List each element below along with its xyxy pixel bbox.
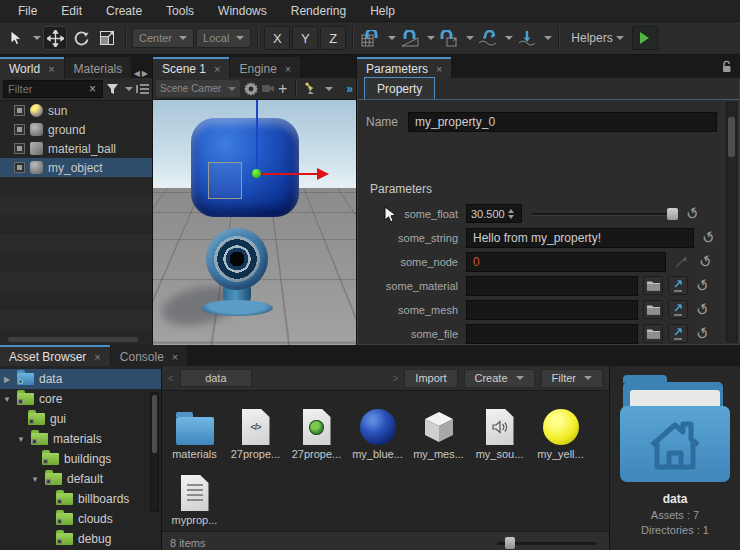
tab-asset-browser[interactable]: Asset Browser× (0, 345, 110, 366)
folder-row-buildings[interactable]: buildings (0, 449, 161, 469)
browse-folder-icon[interactable] (643, 276, 663, 295)
scrollbar-thumb[interactable] (728, 117, 735, 157)
lamp-dropdown-icon[interactable] (325, 87, 333, 91)
tree-scrollbar-thumb[interactable] (152, 395, 157, 453)
visibility-checkbox[interactable] (14, 143, 25, 154)
folder-row-core[interactable]: ▼core (0, 389, 161, 409)
unlock-icon[interactable] (721, 60, 732, 73)
overflow-chevrons-icon[interactable]: » (346, 82, 353, 96)
string-value-input[interactable] (466, 228, 694, 248)
gizmo-origin-handle[interactable] (252, 169, 261, 178)
float-value-input[interactable] (467, 208, 507, 220)
filter-funnel-icon[interactable] (106, 83, 119, 95)
node-value-input[interactable] (466, 252, 666, 272)
visibility-checkbox[interactable] (14, 124, 25, 135)
assign-asset-icon[interactable] (668, 276, 688, 295)
menu-edit[interactable]: Edit (49, 4, 94, 18)
snap-surface-dropdown-icon[interactable] (505, 36, 513, 40)
filter-input[interactable] (8, 83, 87, 95)
close-icon[interactable]: × (285, 63, 291, 75)
menu-tools[interactable]: Tools (154, 4, 206, 18)
space-select[interactable]: Local (196, 28, 251, 48)
float-spinner[interactable] (466, 204, 522, 223)
menu-rendering[interactable]: Rendering (279, 4, 358, 18)
snap-scale-dropdown-icon[interactable] (466, 36, 474, 40)
close-icon[interactable]: × (172, 351, 178, 363)
tab-engine[interactable]: Engine× (230, 57, 300, 78)
material-ball-object[interactable] (206, 228, 268, 290)
tree-node-ground[interactable]: ground (0, 120, 152, 139)
select-tool-dropdown-icon[interactable] (33, 36, 41, 40)
select-tool-button[interactable] (4, 26, 28, 50)
axis-y-button[interactable]: Y (292, 26, 318, 50)
slider-thumb[interactable] (505, 537, 515, 549)
assign-asset-icon[interactable] (668, 300, 688, 319)
vertical-scrollbar[interactable] (726, 102, 737, 342)
scale-tool-button[interactable] (95, 26, 119, 50)
add-viewport-icon[interactable]: + (278, 80, 287, 98)
nav-forward-icon[interactable]: > (392, 373, 398, 384)
axis-x-button[interactable]: X (264, 26, 290, 50)
clear-filter-icon[interactable]: × (87, 82, 98, 96)
tab-scene-1[interactable]: Scene 1× (153, 57, 229, 78)
gizmo-x-axis[interactable] (257, 173, 319, 175)
gizmo-z-axis[interactable] (256, 100, 258, 174)
folder-row-default[interactable]: ▼default (0, 469, 161, 489)
asset-mesh[interactable]: my_mes... (408, 396, 469, 460)
snap-angle-button[interactable] (398, 26, 422, 50)
folder-row-gui[interactable]: gui (0, 409, 161, 429)
filter-button[interactable]: Filter (541, 369, 603, 388)
folder-row-debug[interactable]: debug (0, 529, 161, 549)
horizontal-scrollbar[interactable] (8, 337, 138, 342)
reset-icon[interactable]: ↺ (683, 204, 701, 223)
close-icon[interactable]: × (48, 63, 54, 75)
menu-windows[interactable]: Windows (206, 4, 279, 18)
asset-text-file[interactable]: myprop... (164, 462, 225, 526)
play-button[interactable] (632, 26, 658, 50)
tree-node-sun[interactable]: sun (0, 101, 152, 120)
close-icon[interactable]: × (436, 63, 442, 75)
gear-icon[interactable] (244, 82, 258, 96)
pivot-select[interactable]: Center (132, 28, 194, 48)
tree-node-material-ball[interactable]: material_ball (0, 139, 152, 158)
viewport-3d[interactable] (153, 100, 356, 345)
reset-icon[interactable]: ↺ (696, 252, 714, 271)
asset-yellow-material[interactable]: my_yell... (530, 396, 591, 460)
axis-z-button[interactable]: Z (320, 26, 346, 50)
gizmo-x-arrowhead[interactable] (317, 168, 329, 180)
menu-file[interactable]: File (6, 4, 49, 18)
tab-world[interactable]: World× (0, 57, 64, 78)
browse-folder-icon[interactable] (643, 324, 663, 343)
breadcrumb[interactable]: data (180, 369, 252, 387)
reset-icon[interactable]: ↺ (693, 324, 711, 343)
hierarchy-list-icon[interactable] (136, 83, 149, 95)
tree-node-my-object[interactable]: my_object (0, 158, 152, 177)
snap-grid-button[interactable] (359, 26, 383, 50)
spin-down-icon[interactable] (508, 215, 514, 219)
create-button[interactable]: Create (464, 369, 535, 388)
scroll-right-icon[interactable]: ▶ (142, 69, 148, 78)
mesh-value-input[interactable] (466, 300, 638, 320)
lamp-icon[interactable] (304, 82, 318, 95)
tab-console[interactable]: Console× (111, 345, 187, 366)
helpers-dropdown[interactable]: Helpers (565, 31, 629, 45)
snap-angle-dropdown-icon[interactable] (427, 36, 435, 40)
snap-surface-button[interactable] (476, 26, 500, 50)
reset-icon[interactable]: ↺ (699, 228, 717, 247)
import-button[interactable]: Import (404, 369, 457, 388)
folder-row-data[interactable]: ▶data (0, 369, 161, 389)
close-icon[interactable]: × (214, 63, 220, 75)
reset-icon[interactable]: ↺ (693, 276, 711, 295)
data-folder-preview[interactable] (619, 374, 731, 486)
file-value-input[interactable] (466, 324, 638, 344)
material-value-input[interactable] (466, 276, 638, 296)
asset-blue-material[interactable]: my_blue... (347, 396, 408, 460)
tab-materials[interactable]: Materials (65, 57, 132, 78)
float-slider[interactable] (532, 207, 678, 221)
thumbnail-size-slider[interactable] (497, 537, 597, 549)
tab-property[interactable]: Property (364, 77, 435, 99)
collapse-icon[interactable]: ▼ (16, 435, 26, 444)
folder-row-materials[interactable]: ▼materials (0, 429, 161, 449)
snap-grid-dropdown-icon[interactable] (388, 36, 396, 40)
asset-materials-folder[interactable]: materials (164, 396, 225, 460)
